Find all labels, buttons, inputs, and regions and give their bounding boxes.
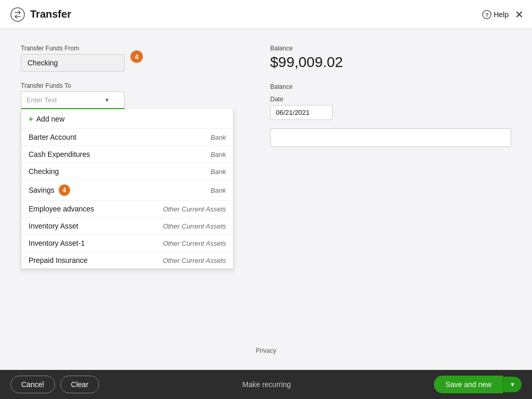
right-panel: Balance $99,009.02 Balance Date [270,45,511,147]
badge-savings: 4 [59,184,70,196]
footer: Cancel Clear Make recurring Save and new… [0,370,532,399]
date-input[interactable] [270,105,332,120]
header: Transfer ? Help ✕ [0,0,532,29]
list-item[interactable]: Cash Expenditures Bank [21,145,233,163]
list-item[interactable]: Prepaid Insurance Other Current Assets [21,251,233,269]
add-new-label: Add new [36,115,64,123]
clear-button[interactable]: Clear [60,376,99,393]
plus-icon: + [29,114,33,123]
help-icon: ? [482,10,491,19]
list-item[interactable]: Checking Bank [21,163,233,180]
list-item[interactable]: Inventory Asset Other Current Assets [21,217,233,234]
list-item[interactable]: Inventory Asset-1 Other Current Assets [21,234,233,251]
privacy-link[interactable]: Privacy [256,347,276,354]
transfer-from-value[interactable]: Checking 4 [21,54,125,72]
add-new-row[interactable]: + Add new [21,109,233,128]
cancel-button[interactable]: Cancel [10,376,55,393]
list-item-savings[interactable]: Savings 4 Bank [21,180,233,200]
balance-amount: $99,009.02 [270,54,511,71]
badge-from: 4 [130,50,143,63]
svg-text:?: ? [485,11,489,18]
form-area: Transfer Funds From Checking 4 Transfer … [21,45,511,147]
list-item[interactable]: Barter Account Bank [21,128,233,145]
page-title: Transfer [30,8,71,20]
footer-right: Save and new ▼ [434,376,522,393]
transfer-icon [10,7,25,22]
transfer-to-label: Transfer Funds To [21,82,239,89]
list-item[interactable]: Employee advances Other Current Assets [21,200,233,217]
save-and-new-button[interactable]: Save and new [434,376,503,393]
chevron-down-icon: ▼ [104,97,110,103]
help-button[interactable]: ? Help [482,10,509,19]
amount-input[interactable] [270,128,511,147]
header-actions: ? Help ✕ [482,9,524,20]
footer-left: Cancel Clear [10,376,99,393]
transfer-to-input[interactable]: Enter Text ▼ [21,91,125,109]
date-label: Date [270,96,511,103]
main-content: Transfer Funds From Checking 4 Transfer … [0,29,532,370]
dropdown-list: + Add new Barter Account Bank Cash Expen… [21,109,234,269]
transfer-from-label: Transfer Funds From [21,45,239,52]
balance-label: Balance [270,45,511,52]
transfer-from-field: Transfer Funds From Checking 4 [21,45,239,72]
transfer-to-field: Transfer Funds To Enter Text ▼ + Add new… [21,82,239,109]
left-panel: Transfer Funds From Checking 4 Transfer … [21,45,239,147]
svg-point-0 [11,8,24,21]
transfer-to-placeholder: Enter Text [26,96,57,104]
save-dropdown-button[interactable]: ▼ [503,377,522,392]
balance-label-2: Balance [270,83,511,90]
date-section: Date [270,96,511,120]
make-recurring-link[interactable]: Make recurring [243,380,291,389]
close-button[interactable]: ✕ [515,9,524,20]
